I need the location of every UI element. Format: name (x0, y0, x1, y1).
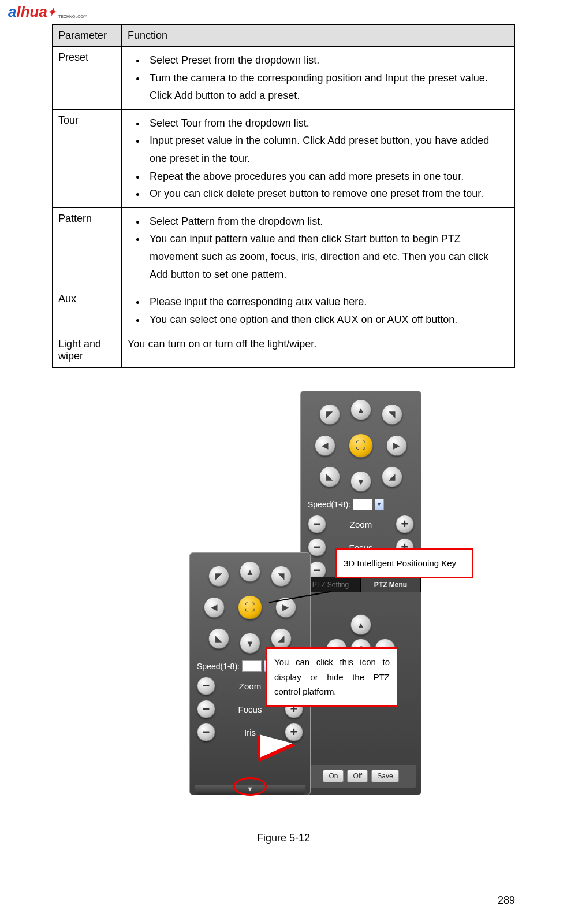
param-name: Aux (53, 288, 122, 333)
list-item: Turn the camera to the corresponding pos… (146, 69, 509, 105)
iris-in-button[interactable]: + (285, 723, 303, 741)
list-item: You can input pattern value and then cli… (146, 230, 509, 283)
zoom-in-button[interactable]: + (396, 515, 414, 533)
list-item: Please input the corresponding aux value… (146, 293, 509, 311)
ptz-down-button[interactable]: ▼ (240, 633, 260, 654)
param-name: Tour (53, 109, 122, 207)
param-desc: You can turn on or turn off the light/wi… (122, 333, 515, 368)
list-item: Select Preset from the dropdown list. (146, 51, 509, 69)
focus-out-button[interactable]: − (308, 538, 326, 556)
figure-caption: Figure 5-12 (52, 832, 515, 844)
list-item: Input preset value in the column. Click … (146, 132, 509, 167)
ptz-downright-button[interactable]: ◢ (382, 466, 402, 487)
direction-pad: ◤ ▲ ◥ ◀ ⛶ ▶ ◣ ▼ ◢ (204, 561, 296, 654)
menu-buttons: On Off Save (305, 765, 416, 788)
menu-up-button[interactable]: ▲ (350, 614, 371, 635)
iris-out-button[interactable]: − (197, 723, 215, 741)
zoom-out-button[interactable]: − (197, 677, 215, 695)
ptz-upright-button[interactable]: ◥ (382, 404, 402, 425)
ptz-up-button[interactable]: ▲ (240, 561, 260, 582)
on-button[interactable]: On (323, 770, 344, 782)
speed-value[interactable]: 5 (242, 660, 262, 672)
ptz-upright-button[interactable]: ◥ (271, 566, 292, 587)
tab-ptz-menu[interactable]: PTZ Menu (361, 577, 421, 592)
chevron-down-icon[interactable]: ▾ (375, 499, 384, 510)
list-item: You can select one option and then click… (146, 311, 509, 329)
parameter-table: Parameter Function Preset Select Preset … (52, 24, 515, 368)
ptz-left-button[interactable]: ◀ (204, 597, 225, 618)
speed-label: Speed(1-8): (197, 662, 240, 671)
table-row: Aux Please input the corresponding aux v… (53, 288, 515, 333)
off-button[interactable]: Off (347, 770, 368, 782)
ptz-downleft-button[interactable]: ◣ (319, 466, 340, 487)
iris-label: Iris (244, 728, 256, 737)
direction-pad: ◤ ▲ ◥ ◀ ⛶ ▶ ◣ ▼ ◢ (315, 399, 407, 492)
list-item: Or you can click delete preset button to… (146, 185, 509, 203)
ptz-right-button[interactable]: ▶ (386, 435, 407, 456)
param-name: Pattern (53, 207, 122, 288)
table-row: Preset Select Preset from the dropdown l… (53, 47, 515, 110)
callout-3d-key: 3D Intelligent Positioning Key (335, 548, 473, 578)
header-parameter: Parameter (53, 25, 122, 47)
ptz-down-button[interactable]: ▼ (350, 471, 371, 492)
page-number: 289 (498, 895, 515, 907)
focus-out-button[interactable]: − (197, 700, 215, 718)
ptz-downleft-button[interactable]: ◣ (208, 628, 229, 649)
list-item: Repeat the above procedures you can add … (146, 168, 509, 185)
ptz-upleft-button[interactable]: ◤ (208, 566, 229, 587)
zoom-label: Zoom (239, 681, 261, 691)
ptz-3d-positioning-button[interactable]: ⛶ (238, 595, 262, 619)
save-button[interactable]: Save (371, 770, 398, 782)
ptz-left-button[interactable]: ◀ (315, 435, 335, 456)
speed-value[interactable]: 5 (353, 499, 372, 510)
ptz-3d-positioning-button[interactable]: ⛶ (349, 433, 373, 458)
header-function: Function (122, 25, 515, 47)
ptz-downright-button[interactable]: ◢ (271, 628, 292, 649)
logo: alhua✦ TECHNOLOGY (8, 3, 87, 21)
focus-label: Focus (238, 704, 262, 714)
list-item: Select Pattern from the dropdown list. (146, 213, 509, 231)
param-name: Preset (53, 47, 122, 110)
ptz-up-button[interactable]: ▲ (350, 399, 371, 420)
speed-label: Speed(1-8): (308, 500, 350, 509)
table-row: Light and wiper You can turn on or turn … (53, 333, 515, 368)
param-name: Light and wiper (53, 333, 122, 368)
table-row: Tour Select Tour from the dropdown list.… (53, 109, 515, 207)
zoom-out-button[interactable]: − (308, 515, 326, 533)
list-item: Select Tour from the dropdown list. (146, 114, 509, 132)
callout-toggle-hint: You can click this icon to display or hi… (266, 647, 398, 707)
table-row: Pattern Select Pattern from the dropdown… (53, 207, 515, 288)
figure-area: ◤ ▲ ◥ ◀ ⛶ ▶ ◣ ▼ ◢ Speed(1-8): 5 ▾ − Zoom… (52, 391, 515, 824)
zoom-label: Zoom (350, 519, 372, 529)
ptz-upleft-button[interactable]: ◤ (319, 404, 340, 425)
ptz-tabbar: PTZ Setting PTZ Menu (301, 577, 421, 592)
